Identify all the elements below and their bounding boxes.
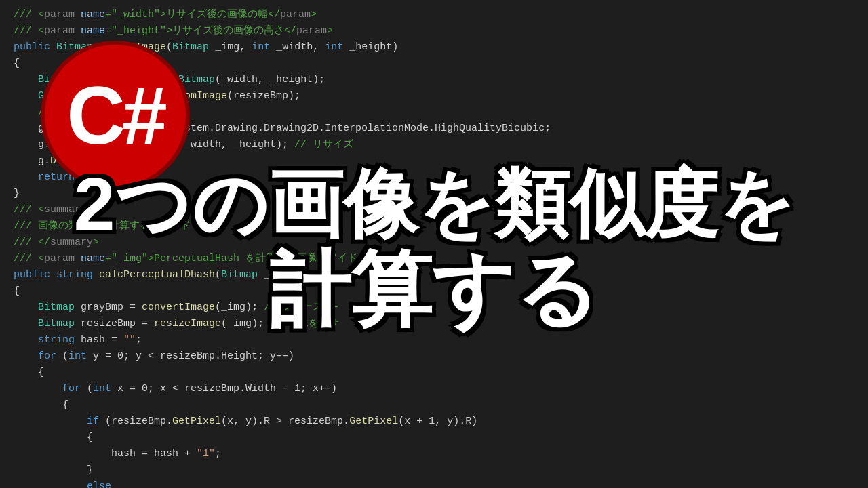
code-line: for (int y = 0; y < resizeBmp.Height; y+… bbox=[14, 348, 854, 365]
logo-text: C# bbox=[66, 75, 163, 156]
code-line: { bbox=[14, 430, 854, 446]
code-line: /// <param name="_height">リサイズ後の画像の高さ</p… bbox=[14, 23, 854, 39]
code-line: { bbox=[14, 283, 854, 300]
code-line: /// </summary> bbox=[14, 235, 854, 251]
code-line: /// <summary> bbox=[14, 202, 854, 218]
code-line: string hash = ""; bbox=[14, 332, 854, 348]
code-line: hash = hash + "1"; bbox=[14, 446, 854, 462]
code-line: public string calcPerceptualDhash(Bitmap… bbox=[14, 267, 854, 283]
code-line: /// <param name="_img">PerceptualHash を計… bbox=[14, 251, 854, 267]
code-line: Bitmap grayBmp = convertImage(_img); // … bbox=[14, 300, 854, 316]
code-line: { bbox=[14, 397, 854, 413]
code-line: for (int x = 0; x < resizeBmp.Width - 1;… bbox=[14, 381, 854, 397]
code-line: /// <param name="_width">リサイズ後の画像の幅</par… bbox=[14, 7, 854, 23]
code-line: if (resizeBmp.GetPixel(x, y).R > resizeB… bbox=[14, 413, 854, 430]
code-line: { bbox=[14, 365, 854, 381]
code-line: } bbox=[14, 462, 854, 479]
code-line: Bitmap resizeBmp = resizeImage(_img); //… bbox=[14, 316, 854, 332]
csharp-logo: C# bbox=[41, 41, 190, 190]
code-line: else bbox=[14, 479, 854, 488]
code-line: /// 画像の類似度を計算するメソッド bbox=[14, 218, 854, 235]
